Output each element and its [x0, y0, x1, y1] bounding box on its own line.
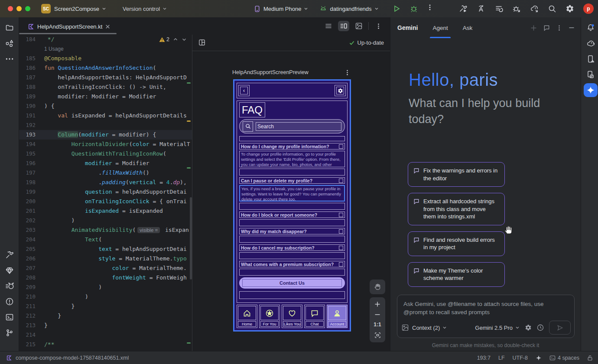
code-line[interactable]: 195 QuestionWithTrailingIconRow( — [19, 149, 192, 159]
expand-toggle-icon[interactable] — [339, 246, 343, 250]
code-line[interactable]: 1 Usage — [19, 44, 192, 54]
search-bar[interactable]: Search — [239, 119, 345, 133]
suggestion-chip[interactable]: Make my Theme's color scheme warmer — [408, 262, 505, 287]
logcat-icon[interactable] — [0, 278, 19, 294]
view-design-icon[interactable] — [353, 21, 364, 31]
code-line[interactable]: 210 ) — [19, 292, 192, 302]
code-line[interactable]: 211 } — [19, 302, 192, 311]
expand-toggle-icon[interactable] — [339, 213, 343, 217]
code-line[interactable]: 209 ) — [19, 283, 192, 292]
zoom-out-button[interactable] — [374, 312, 380, 318]
inspections-widget[interactable]: 2 — [159, 36, 187, 42]
code-line[interactable]: 192 — [19, 120, 192, 130]
tab-help-and-support-screen[interactable]: HelpAndSupportScreen.kt — [23, 20, 114, 33]
device-manager-icon[interactable] — [581, 51, 598, 67]
code-line[interactable]: 214 — [19, 330, 192, 340]
indentation-setting[interactable]: 4 spaces — [549, 355, 579, 361]
suggestion-chip[interactable]: Fix the warnings and errors in the edito… — [408, 162, 505, 187]
contact-us-button[interactable]: Contact Us — [239, 277, 345, 289]
faq-question-row[interactable]: How do I block or report someone? — [239, 211, 345, 218]
search-everywhere-icon[interactable] — [548, 4, 556, 13]
faq-question-row[interactable]: How do I change my profile information? — [239, 143, 345, 150]
line-ending[interactable]: LF — [498, 355, 505, 361]
project-menu[interactable]: Screen2Compose — [54, 6, 106, 12]
terminal-icon[interactable] — [0, 309, 19, 325]
code-line[interactable]: 213} — [19, 321, 192, 330]
file-encoding[interactable]: UTF-8 — [513, 355, 528, 361]
suggestion-chip[interactable]: Extract all hardcoded strings from this … — [408, 193, 505, 225]
code-line[interactable]: 205 text = helpAndSupportDetai — [19, 244, 192, 254]
view-code-icon[interactable] — [323, 21, 334, 31]
send-prompt-button[interactable] — [549, 321, 571, 335]
code-line[interactable]: 190) { — [19, 101, 192, 111]
change-mark[interactable] — [187, 82, 191, 84]
code-line[interactable]: 197 .fillMaxWidth() — [19, 168, 192, 178]
gemini-prompt-input[interactable]: Ask Gemini, use @filename to attach sour… — [397, 295, 575, 338]
code-line[interactable]: 206 style = MaterialTheme.typo — [19, 254, 192, 263]
view-split-icon[interactable] — [338, 21, 349, 31]
code-line[interactable]: 215/** — [19, 340, 192, 349]
nav-item-home[interactable]: Home — [237, 305, 257, 328]
close-tab-icon[interactable] — [105, 24, 110, 29]
problems-icon[interactable] — [0, 294, 19, 309]
expand-toggle-icon[interactable] — [339, 262, 343, 266]
rename-letter-a-icon[interactable] — [477, 4, 485, 13]
zoom-to-fit-button[interactable] — [374, 332, 381, 338]
code-line[interactable]: 202 ) — [19, 216, 192, 225]
new-chat-icon[interactable] — [530, 25, 537, 31]
more-tools-icon[interactable] — [0, 51, 19, 67]
next-problem-icon[interactable] — [182, 37, 187, 42]
code-line[interactable]: 191 val isExpanded = helpAndSupportDetai… — [19, 111, 192, 120]
hide-panel-icon[interactable] — [569, 25, 575, 31]
code-line[interactable]: 193 Column(modifier = modifier) { — [19, 130, 192, 140]
pan-tool-button[interactable] — [370, 280, 385, 294]
attach-image-icon[interactable] — [402, 324, 409, 331]
change-mark[interactable] — [187, 167, 191, 169]
unlocked-icon[interactable] — [587, 355, 593, 361]
nav-item-likes-you[interactable]: Likes You — [282, 305, 302, 328]
code-line[interactable]: 187 helpAndSupportDetails: HelpAndSuppor… — [19, 73, 192, 82]
expand-toggle-icon[interactable] — [339, 144, 343, 149]
code-line[interactable]: 203 AnimatedVisibility(visible = isExpan — [19, 225, 192, 235]
caret-position[interactable]: 193:7 — [477, 355, 491, 361]
code-line[interactable]: 200 onTrailingIconClick = { onTrai — [19, 197, 192, 206]
nav-item-chat[interactable]: Chat — [304, 305, 325, 328]
gradle-icon[interactable] — [581, 36, 598, 51]
attach-debugger-icon[interactable] — [512, 4, 521, 13]
run-icon[interactable] — [392, 4, 401, 13]
back-button[interactable]: ‹ — [238, 85, 250, 96]
preview-name[interactable]: HelpAndSupportScreenPreview — [232, 69, 309, 75]
code-line[interactable]: 189 modifier: Modifier = Modifier — [19, 92, 192, 101]
code-line[interactable]: 204 Text( — [19, 235, 192, 244]
code-line[interactable]: 208 fontWeight = FontWeigh — [19, 273, 192, 283]
gemini-settings-gear-icon[interactable] — [525, 324, 532, 331]
structure-icon[interactable] — [0, 36, 19, 51]
git-branch-selector[interactable]: datingandfriends — [319, 5, 378, 13]
version-control-menu[interactable]: Version control — [123, 6, 167, 12]
code-line[interactable]: 201 isExpanded = isExpanded — [19, 206, 192, 216]
preview-options-kebab-icon[interactable] — [344, 70, 350, 75]
code-line[interactable]: 196 modifier = Modifier — [19, 159, 192, 168]
version-control-branch-icon[interactable] — [0, 325, 19, 341]
editor-options-kebab-icon[interactable] — [373, 21, 384, 31]
code-editor[interactable]: 184 */1 Usage185@Composable186fun Questi… — [19, 35, 192, 351]
build-hammer-icon[interactable] — [0, 247, 19, 263]
debug-icon[interactable] — [410, 4, 418, 13]
tab-scroll-indicator[interactable] — [19, 33, 117, 34]
settings-icon[interactable] — [566, 4, 574, 13]
zoom-in-button[interactable] — [374, 301, 380, 307]
more-options-kebab-icon[interactable] — [556, 25, 562, 31]
app-quality-insights-icon[interactable] — [0, 263, 19, 278]
faq-question-row[interactable]: Why did my match disappear? — [239, 228, 345, 234]
chat-history-icon[interactable] — [543, 25, 550, 31]
zoom-ratio-button[interactable]: 1:1 — [374, 322, 381, 328]
code-line[interactable]: 198 .padding(vertical = 4.dp), — [19, 178, 192, 187]
status-file[interactable]: compose-compose-model-1758748140651.xml — [6, 355, 129, 361]
device-selector[interactable]: Medium Phone — [254, 5, 308, 13]
ai-spark-icon[interactable] — [536, 355, 542, 361]
code-line[interactable]: 194 HorizontalDivider(color = MaterialT — [19, 140, 192, 149]
expand-toggle-icon[interactable] — [339, 179, 343, 183]
project-folder-icon[interactable] — [0, 20, 19, 36]
prompt-history-clock-icon[interactable] — [537, 324, 544, 331]
warning-mark[interactable] — [187, 120, 191, 122]
